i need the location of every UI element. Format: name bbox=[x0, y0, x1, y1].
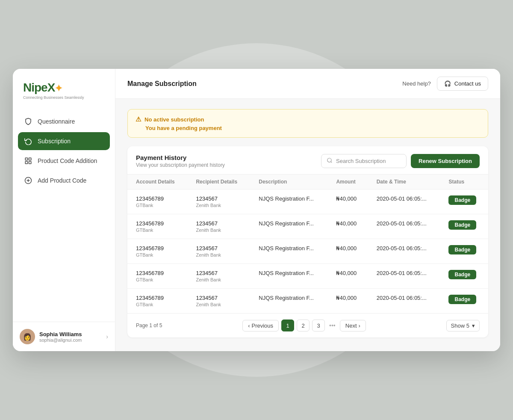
show-select[interactable]: Show 5 ▾ bbox=[446, 320, 480, 331]
recipient-bank: Zenith Bank bbox=[196, 252, 242, 257]
cell-status: Badge bbox=[440, 264, 488, 289]
pagination-buttons: ‹ Previous 1 2 3 ••• Next › bbox=[242, 319, 366, 331]
table-row: 123456789 GTBank 1234567 Zenith Bank NJQ… bbox=[127, 214, 488, 239]
need-help-text: Need help? bbox=[402, 80, 431, 87]
payment-subtitle: View your subscription payment history bbox=[136, 162, 225, 168]
logo: NipeX✦ bbox=[23, 81, 105, 95]
sidebar-item-label: Subscription bbox=[38, 138, 71, 145]
page-number-3[interactable]: 3 bbox=[312, 319, 325, 331]
recipient-bank: Zenith Bank bbox=[196, 302, 242, 307]
warning-icon: ⚠ bbox=[136, 115, 141, 123]
svg-rect-0 bbox=[25, 158, 27, 160]
refresh-icon bbox=[24, 137, 32, 145]
svg-line-8 bbox=[331, 162, 332, 163]
sidebar-item-add-product-code[interactable]: Add Product Code bbox=[18, 172, 110, 189]
next-button[interactable]: Next › bbox=[340, 320, 366, 331]
sidebar-item-subscription[interactable]: Subscription bbox=[18, 132, 110, 150]
svg-rect-3 bbox=[25, 162, 27, 164]
status-badge: Badge bbox=[448, 195, 476, 205]
page-title: Manage Subscription bbox=[127, 80, 197, 88]
sidebar-item-label: Questionnaire bbox=[38, 118, 75, 125]
chevron-right-icon: › bbox=[106, 333, 108, 340]
status-badge: Badge bbox=[448, 245, 476, 254]
cell-recipient: 1234567 Zenith Bank bbox=[187, 239, 250, 264]
table-row: 123456789 GTBank 1234567 Zenith Bank NJQ… bbox=[127, 239, 488, 264]
recipient-number: 1234567 bbox=[196, 195, 242, 202]
recipient-number: 1234567 bbox=[196, 295, 242, 301]
chevron-down-icon: ▾ bbox=[472, 322, 475, 329]
alert-pending-payment: You have a pending payment bbox=[136, 125, 480, 131]
cell-status: Badge bbox=[440, 239, 488, 264]
cell-amount: ₦40,000 bbox=[327, 214, 368, 239]
tag-icon bbox=[24, 157, 32, 165]
renew-subscription-button[interactable]: Renew Subscription bbox=[411, 154, 480, 168]
chevron-left-icon: ‹ bbox=[248, 322, 250, 329]
account-bank: GTBank bbox=[136, 203, 179, 208]
search-icon bbox=[327, 157, 333, 165]
app-window: NipeX✦ Connecting Businesses Seamlessly … bbox=[13, 69, 500, 351]
cell-recipient: 1234567 Zenith Bank bbox=[187, 214, 250, 239]
payment-title: Payment History bbox=[136, 154, 225, 161]
payment-header: Payment History View your subscription p… bbox=[127, 146, 488, 175]
table-row: 123456789 GTBank 1234567 Zenith Bank NJQ… bbox=[127, 189, 488, 214]
top-bar: Manage Subscription Need help? 🎧 Contact… bbox=[115, 69, 500, 99]
col-date: Date & Time bbox=[368, 175, 440, 189]
sidebar-item-label: Add Product Code bbox=[38, 177, 86, 184]
page-number-1[interactable]: 1 bbox=[281, 319, 294, 331]
previous-button[interactable]: ‹ Previous bbox=[242, 320, 279, 331]
account-number: 123456789 bbox=[136, 220, 179, 227]
sidebar-item-questionnaire[interactable]: Questionnaire bbox=[18, 112, 110, 130]
status-badge: Badge bbox=[448, 295, 476, 304]
search-box[interactable]: Search Subscription bbox=[321, 154, 407, 168]
cell-status: Badge bbox=[440, 214, 488, 239]
alert-no-subscription: ⚠ No active subscription bbox=[136, 115, 480, 123]
col-recipient-details: Recipient Details bbox=[187, 175, 250, 189]
payment-table: Account Details Recipient Details Descri… bbox=[127, 175, 488, 313]
cell-date: 2020-05-01 06:05:... bbox=[368, 214, 440, 239]
sidebar-item-label: Product Code Addition bbox=[38, 157, 97, 164]
recipient-number: 1234567 bbox=[196, 220, 242, 227]
account-number: 123456789 bbox=[136, 195, 179, 202]
table-row: 123456789 GTBank 1234567 Zenith Bank NJQ… bbox=[127, 264, 488, 289]
status-badge: Badge bbox=[448, 220, 476, 230]
user-profile[interactable]: 👩 Sophia Williams sophia@alignui.com › bbox=[13, 322, 115, 351]
cell-description: NJQS Registration F... bbox=[250, 289, 327, 314]
col-amount: Amount bbox=[327, 175, 368, 189]
cell-recipient: 1234567 Zenith Bank bbox=[187, 264, 250, 289]
account-bank: GTBank bbox=[136, 277, 179, 282]
sidebar-item-product-code-addition[interactable]: Product Code Addition bbox=[18, 152, 110, 170]
contact-button[interactable]: 🎧 Contact us bbox=[437, 77, 488, 91]
cell-date: 2020-05-01 06:05:... bbox=[368, 264, 440, 289]
pagination-bar: Page 1 of 5 ‹ Previous 1 2 3 ••• Next › bbox=[127, 313, 488, 337]
account-number: 123456789 bbox=[136, 295, 179, 301]
recipient-number: 1234567 bbox=[196, 270, 242, 276]
recipient-bank: Zenith Bank bbox=[196, 203, 242, 208]
svg-rect-1 bbox=[29, 158, 31, 160]
recipient-number: 1234567 bbox=[196, 245, 242, 251]
account-bank: GTBank bbox=[136, 252, 179, 257]
headset-icon: 🎧 bbox=[444, 80, 451, 87]
cell-description: NJQS Registration F... bbox=[250, 264, 327, 289]
cell-description: NJQS Registration F... bbox=[250, 214, 327, 239]
shield-icon bbox=[24, 117, 32, 126]
cell-recipient: 1234567 Zenith Bank bbox=[187, 289, 250, 314]
user-name: Sophia Williams bbox=[39, 331, 102, 337]
cell-amount: ₦40,000 bbox=[327, 289, 368, 314]
cell-amount: ₦40,000 bbox=[327, 239, 368, 264]
recipient-bank: Zenith Bank bbox=[196, 228, 242, 233]
account-bank: GTBank bbox=[136, 228, 179, 233]
cell-account: 123456789 GTBank bbox=[127, 264, 187, 289]
col-account-details: Account Details bbox=[127, 175, 187, 189]
avatar: 👩 bbox=[20, 329, 35, 344]
page-info: Page 1 of 5 bbox=[136, 322, 162, 328]
status-badge: Badge bbox=[448, 270, 476, 279]
main-content: Manage Subscription Need help? 🎧 Contact… bbox=[115, 69, 500, 351]
page-number-2[interactable]: 2 bbox=[297, 319, 310, 331]
logo-area: NipeX✦ Connecting Businesses Seamlessly bbox=[13, 81, 115, 112]
payment-section: Payment History View your subscription p… bbox=[127, 146, 488, 337]
recipient-bank: Zenith Bank bbox=[196, 277, 242, 282]
cell-account: 123456789 GTBank bbox=[127, 239, 187, 264]
account-bank: GTBank bbox=[136, 302, 179, 307]
plus-circle-icon bbox=[24, 176, 32, 185]
cell-amount: ₦40,000 bbox=[327, 264, 368, 289]
